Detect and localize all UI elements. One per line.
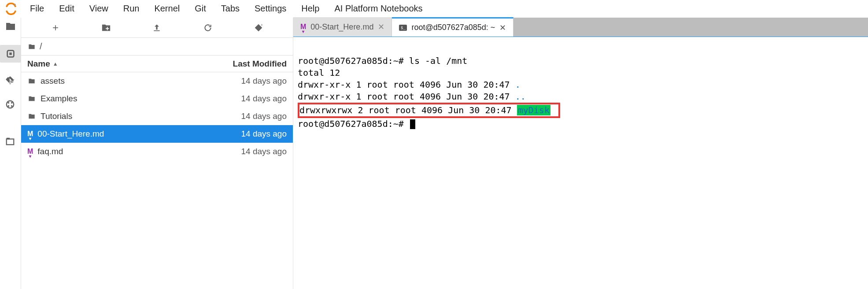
close-icon[interactable]: ✕ xyxy=(499,23,506,33)
markdown-icon: M xyxy=(27,148,33,155)
column-name[interactable]: Name xyxy=(27,59,50,69)
file-row[interactable]: Mfaq.md14 days ago xyxy=(21,143,293,160)
tab-bar: M00-Start_Here.md✕$_root@d507627a085d: ~… xyxy=(293,18,868,37)
folder-icon xyxy=(27,78,36,85)
folder-icon xyxy=(27,113,36,120)
activity-bar xyxy=(0,18,21,289)
svg-point-7 xyxy=(11,105,12,107)
close-icon[interactable]: ✕ xyxy=(378,22,384,32)
file-row[interactable]: Tutorials14 days ago xyxy=(21,107,293,125)
menu-bar: File Edit View Run Kernel Git Tabs Setti… xyxy=(0,0,868,18)
file-list: assets14 days agoExamples14 days agoTuto… xyxy=(21,72,293,289)
work-area: M00-Start_Here.md✕$_root@d507627a085d: ~… xyxy=(293,18,868,289)
svg-rect-9 xyxy=(6,138,9,140)
svg-point-5 xyxy=(11,102,12,104)
menu-settings[interactable]: Settings xyxy=(248,1,292,16)
menu-help[interactable]: Help xyxy=(295,1,325,16)
breadcrumb-path: / xyxy=(40,41,42,52)
file-name: assets xyxy=(41,76,65,86)
terminal[interactable]: root@d507627a085d:~# ls -al /mnt total 1… xyxy=(293,37,868,289)
terminal-line: root@d507627a085d:~# ls -al /mnt xyxy=(298,56,467,66)
git-clone-icon[interactable]: + xyxy=(254,23,263,33)
file-toolbar: + xyxy=(21,18,293,38)
file-name: Tutorials xyxy=(41,111,72,121)
refresh-icon[interactable] xyxy=(203,23,213,33)
markdown-icon: M xyxy=(300,23,306,30)
menu-kernel[interactable]: Kernel xyxy=(148,1,186,16)
file-name: Examples xyxy=(41,94,77,104)
markdown-icon: M xyxy=(27,130,33,137)
sort-caret-icon: ▲ xyxy=(53,61,58,67)
menu-view[interactable]: View xyxy=(83,1,115,16)
svg-point-4 xyxy=(7,102,9,104)
menu-tabs[interactable]: Tabs xyxy=(215,1,246,16)
running-icon[interactable] xyxy=(0,45,21,63)
menu-ai-platform[interactable]: AI Platform Notebooks xyxy=(328,1,428,16)
tab-markdown[interactable]: M00-Start_Here.md✕ xyxy=(293,17,392,37)
svg-rect-12 xyxy=(154,30,160,31)
folder-icon[interactable] xyxy=(5,21,16,32)
file-modified: 14 days ago xyxy=(199,129,287,139)
folder-icon xyxy=(27,95,36,102)
tab-terminal[interactable]: $_root@d507627a085d: ~✕ xyxy=(392,17,513,37)
file-browser: + / Name ▲ Last Modified assets14 days a… xyxy=(21,18,293,289)
new-launcher-icon[interactable] xyxy=(51,23,60,33)
terminal-line: drwxr-xr-x 1 root root 4096 Jun 30 20:47… xyxy=(298,91,526,102)
menu-run[interactable]: Run xyxy=(117,1,146,16)
terminal-line: drwxr-xr-x 1 root root 4096 Jun 30 20:47… xyxy=(298,79,521,90)
file-row[interactable]: M00-Start_Here.md14 days ago xyxy=(21,125,293,143)
svg-point-0 xyxy=(14,4,16,5)
tab-label: 00-Start_Here.md xyxy=(310,22,373,32)
menu-edit[interactable]: Edit xyxy=(53,1,80,16)
file-list-header: Name ▲ Last Modified xyxy=(21,56,293,72)
svg-text:+: + xyxy=(261,23,263,27)
tab-label: root@d507627a085d: ~ xyxy=(411,23,495,32)
highlight-box: drwxrwxrwx 2 root root 4096 Jun 30 20:47… xyxy=(298,103,560,118)
svg-rect-2 xyxy=(9,52,12,55)
terminal-icon: $_ xyxy=(399,25,407,31)
svg-rect-11 xyxy=(106,28,109,29)
svg-point-3 xyxy=(6,101,14,108)
svg-rect-8 xyxy=(6,139,14,145)
column-modified[interactable]: Last Modified xyxy=(199,59,287,69)
file-row[interactable]: assets14 days ago xyxy=(21,72,293,90)
new-folder-icon[interactable] xyxy=(101,23,111,33)
jupyter-logo xyxy=(4,2,18,15)
file-modified: 14 days ago xyxy=(199,76,287,86)
folder-icon xyxy=(27,43,36,50)
upload-icon[interactable] xyxy=(152,23,162,33)
menu-file[interactable]: File xyxy=(24,1,50,16)
svg-point-6 xyxy=(7,105,9,107)
file-row[interactable]: Examples14 days ago xyxy=(21,90,293,107)
file-modified: 14 days ago xyxy=(199,111,287,121)
terminal-line: total 12 xyxy=(298,67,340,78)
cursor xyxy=(410,119,415,129)
file-modified: 14 days ago xyxy=(199,94,287,104)
file-name: 00-Start_Here.md xyxy=(37,129,104,139)
git-icon[interactable] xyxy=(5,76,16,86)
menu-git[interactable]: Git xyxy=(188,1,212,16)
file-modified: 14 days ago xyxy=(199,147,287,156)
terminal-line: root@d507627a085d:~# xyxy=(298,119,415,129)
breadcrumb[interactable]: / xyxy=(21,38,293,56)
tabs-icon[interactable] xyxy=(5,137,16,147)
commands-icon[interactable] xyxy=(5,100,16,110)
file-name: faq.md xyxy=(37,147,63,156)
